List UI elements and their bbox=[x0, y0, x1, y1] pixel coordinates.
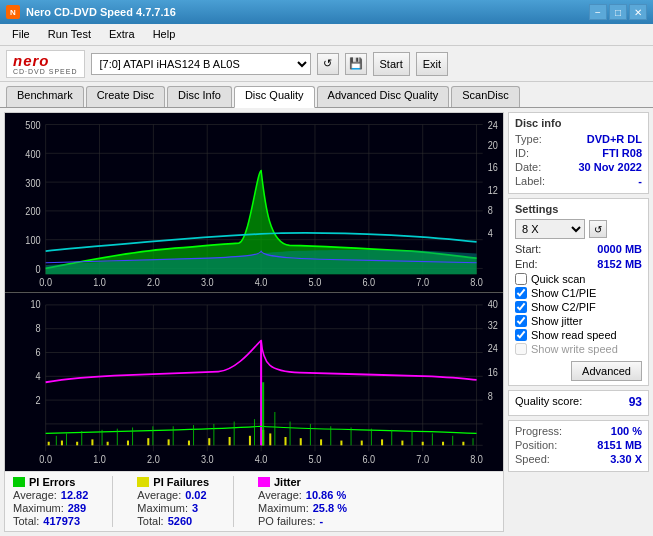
minimize-button[interactable]: − bbox=[589, 4, 607, 20]
progress-panel: Progress: 100 % Position: 8151 MB Speed:… bbox=[508, 420, 649, 472]
tab-disc-quality[interactable]: Disc Quality bbox=[234, 86, 315, 108]
exit-button[interactable]: Exit bbox=[416, 52, 448, 76]
disc-id-value: FTI R08 bbox=[602, 147, 642, 159]
disc-label-row: Label: - bbox=[515, 175, 642, 187]
svg-rect-107 bbox=[213, 423, 214, 444]
close-button[interactable]: ✕ bbox=[629, 4, 647, 20]
position-row: Position: 8151 MB bbox=[515, 439, 642, 451]
drive-selector[interactable]: [7:0] ATAPI iHAS124 B AL0S bbox=[91, 53, 311, 75]
refresh-icon[interactable]: ↺ bbox=[317, 53, 339, 75]
menu-extra[interactable]: Extra bbox=[101, 26, 143, 43]
svg-rect-116 bbox=[371, 428, 372, 445]
svg-rect-89 bbox=[320, 439, 322, 445]
pi-failures-color bbox=[137, 477, 149, 487]
menu-file[interactable]: File bbox=[4, 26, 38, 43]
menu-help[interactable]: Help bbox=[145, 26, 184, 43]
quality-value: 93 bbox=[629, 395, 642, 409]
pi-failures-avg-label: Average: bbox=[137, 489, 181, 501]
svg-text:16: 16 bbox=[488, 366, 499, 378]
svg-text:8: 8 bbox=[488, 205, 493, 217]
start-button[interactable]: Start bbox=[373, 52, 410, 76]
svg-text:3.0: 3.0 bbox=[201, 453, 214, 465]
quick-scan-row: Quick scan bbox=[515, 273, 642, 285]
quick-scan-label: Quick scan bbox=[531, 273, 585, 285]
disc-date-label: Date: bbox=[515, 161, 541, 173]
quick-scan-checkbox[interactable] bbox=[515, 273, 527, 285]
svg-text:20: 20 bbox=[488, 139, 499, 151]
speed-refresh-icon[interactable]: ↺ bbox=[589, 220, 607, 238]
svg-rect-83 bbox=[229, 436, 231, 444]
jitter-avg-value: 10.86 % bbox=[306, 489, 346, 501]
svg-text:5.0: 5.0 bbox=[309, 453, 322, 465]
main-content: 500 400 300 200 100 0 24 20 16 12 8 4 0.… bbox=[0, 108, 653, 536]
app-icon: N bbox=[6, 5, 20, 19]
pi-errors-max-value: 289 bbox=[68, 502, 86, 514]
tab-scan-disc[interactable]: ScanDisc bbox=[451, 86, 519, 107]
svg-rect-112 bbox=[290, 421, 291, 445]
svg-rect-87 bbox=[284, 436, 286, 444]
nero-logo: nero CD·DVD SPEED bbox=[6, 50, 85, 78]
disc-date-row: Date: 30 Nov 2022 bbox=[515, 161, 642, 173]
show-jitter-checkbox[interactable] bbox=[515, 315, 527, 327]
show-c2-pif-checkbox[interactable] bbox=[515, 301, 527, 313]
show-read-speed-row: Show read speed bbox=[515, 329, 642, 341]
svg-text:4.0: 4.0 bbox=[255, 276, 268, 288]
start-mb-row: Start: 0000 MB bbox=[515, 243, 642, 255]
svg-text:300: 300 bbox=[25, 177, 41, 189]
svg-text:100: 100 bbox=[25, 235, 41, 247]
pi-errors-total-label: Total: bbox=[13, 515, 39, 527]
show-write-speed-label: Show write speed bbox=[531, 343, 618, 355]
tab-advanced-disc-quality[interactable]: Advanced Disc Quality bbox=[317, 86, 450, 107]
jitter-color bbox=[258, 477, 270, 487]
pi-failures-total-value: 5260 bbox=[168, 515, 192, 527]
tab-create-disc[interactable]: Create Disc bbox=[86, 86, 165, 107]
tab-benchmark[interactable]: Benchmark bbox=[6, 86, 84, 107]
legend-pi-errors: PI Errors Average: 12.82 Maximum: 289 To… bbox=[13, 476, 88, 527]
svg-rect-111 bbox=[274, 412, 275, 445]
nero-logo-line1: nero bbox=[13, 53, 78, 68]
speed-row: 8 X ↺ bbox=[515, 219, 642, 239]
disc-type-value: DVD+R DL bbox=[587, 133, 642, 145]
svg-rect-99 bbox=[66, 433, 67, 445]
svg-text:3.0: 3.0 bbox=[201, 276, 214, 288]
tab-disc-info[interactable]: Disc Info bbox=[167, 86, 232, 107]
svg-text:2.0: 2.0 bbox=[147, 453, 160, 465]
advanced-button[interactable]: Advanced bbox=[571, 361, 642, 381]
settings-title: Settings bbox=[515, 203, 642, 215]
show-c1-pie-row: Show C1/PIE bbox=[515, 287, 642, 299]
pi-errors-avg-value: 12.82 bbox=[61, 489, 89, 501]
pi-failures-max-value: 3 bbox=[192, 502, 198, 514]
svg-rect-84 bbox=[249, 435, 251, 445]
show-read-speed-checkbox[interactable] bbox=[515, 329, 527, 341]
svg-rect-117 bbox=[391, 429, 392, 444]
svg-rect-75 bbox=[76, 441, 78, 445]
maximize-button[interactable]: □ bbox=[609, 4, 627, 20]
end-mb-label: End: bbox=[515, 258, 538, 270]
svg-text:4: 4 bbox=[488, 228, 494, 240]
speed-selector[interactable]: 8 X bbox=[515, 219, 585, 239]
svg-rect-96 bbox=[462, 441, 464, 445]
svg-rect-93 bbox=[401, 440, 403, 445]
svg-rect-108 bbox=[234, 421, 235, 445]
pi-failures-avg-value: 0.02 bbox=[185, 489, 206, 501]
right-panel: Disc info Type: DVD+R DL ID: FTI R08 Dat… bbox=[508, 108, 653, 536]
jitter-max-label: Maximum: bbox=[258, 502, 309, 514]
show-c2-pif-row: Show C2/PIF bbox=[515, 301, 642, 313]
svg-rect-109 bbox=[254, 419, 255, 445]
svg-rect-98 bbox=[56, 435, 57, 445]
quality-label: Quality score: bbox=[515, 395, 582, 409]
disc-id-row: ID: FTI R08 bbox=[515, 147, 642, 159]
show-write-speed-checkbox[interactable] bbox=[515, 343, 527, 355]
svg-rect-114 bbox=[330, 426, 331, 445]
svg-text:24: 24 bbox=[488, 342, 499, 354]
svg-text:2: 2 bbox=[35, 393, 41, 405]
start-mb-label: Start: bbox=[515, 243, 541, 255]
progress-label: Progress: bbox=[515, 425, 562, 437]
svg-rect-90 bbox=[340, 440, 342, 445]
svg-text:4.0: 4.0 bbox=[255, 453, 268, 465]
save-icon[interactable]: 💾 bbox=[345, 53, 367, 75]
svg-rect-95 bbox=[442, 441, 444, 445]
show-c1-pie-checkbox[interactable] bbox=[515, 287, 527, 299]
menu-bar: File Run Test Extra Help bbox=[0, 24, 653, 46]
menu-run-test[interactable]: Run Test bbox=[40, 26, 99, 43]
